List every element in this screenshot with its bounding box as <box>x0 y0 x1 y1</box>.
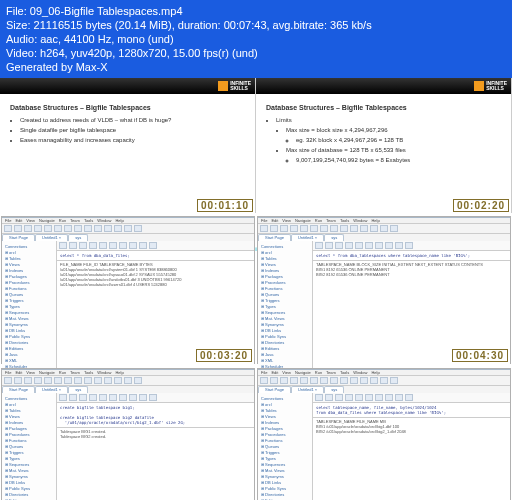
menu-item[interactable]: File <box>5 218 11 223</box>
toolbar-button[interactable] <box>280 377 288 384</box>
result-row[interactable]: /u01/app/oracle/oradata/orcl/users01.dbf… <box>60 282 251 287</box>
menu-item[interactable]: Team <box>70 370 80 375</box>
tree-node[interactable]: ⊞ Mat. Views <box>261 316 309 321</box>
menu-item[interactable]: Navigate <box>295 370 311 375</box>
toolbar-button[interactable] <box>310 225 318 232</box>
toolbar-button[interactable] <box>104 225 112 232</box>
toolbar-button[interactable] <box>14 225 22 232</box>
run-button[interactable] <box>129 242 137 249</box>
menu-item[interactable]: Run <box>315 370 322 375</box>
run-button[interactable] <box>79 394 87 401</box>
sql-editor[interactable]: select * from dba_data_files; <box>57 251 254 260</box>
tab[interactable]: sys <box>324 234 344 241</box>
run-button[interactable] <box>335 394 343 401</box>
tree-node[interactable]: ⊞ Indexes <box>261 268 309 273</box>
toolbar-button[interactable] <box>290 225 298 232</box>
result-row[interactable]: BIG2 /u01/app/oracle/oradata/orcl/big2_1… <box>316 429 507 434</box>
tree-node[interactable]: ⊞ Public Syns <box>261 334 309 339</box>
toolbar-button[interactable] <box>44 225 52 232</box>
tree-node[interactable]: ⊞ Types <box>261 456 309 461</box>
toolbar-button[interactable] <box>34 377 42 384</box>
toolbar-button[interactable] <box>370 377 378 384</box>
tree-node[interactable]: ⊞ Synonyms <box>261 322 309 327</box>
toolbar-button[interactable] <box>124 377 132 384</box>
tree-node[interactable]: Connections <box>261 396 309 401</box>
tree-node[interactable]: ⊞ DB Links <box>261 480 309 485</box>
tree-node[interactable]: ⊞ Tables <box>261 408 309 413</box>
toolbar-button[interactable] <box>340 377 348 384</box>
menu-item[interactable]: View <box>26 370 35 375</box>
menu-item[interactable]: Edit <box>15 370 22 375</box>
result-row[interactable]: Tablespace BIG2 created. <box>60 434 251 439</box>
tab[interactable]: Start Page <box>2 386 35 393</box>
tree-node[interactable]: ⊞ Public Syns <box>5 334 53 339</box>
tree-node[interactable]: ⊞ Indexes <box>5 268 53 273</box>
tab[interactable]: Start Page <box>258 386 291 393</box>
tree-node[interactable]: ⊞ Packages <box>261 426 309 431</box>
editor-tabs[interactable]: Start PageUntitled1 ×sys <box>2 234 254 241</box>
run-button[interactable] <box>119 394 127 401</box>
toolbar-button[interactable] <box>360 377 368 384</box>
toolbar-button[interactable] <box>24 377 32 384</box>
run-button[interactable] <box>375 242 383 249</box>
results-grid[interactable]: Tablespace BIG1 created.Tablespace BIG2 … <box>57 427 254 500</box>
tree-node[interactable]: ⊞ Triggers <box>261 298 309 303</box>
menu-item[interactable]: Navigate <box>39 218 55 223</box>
run-button[interactable] <box>325 394 333 401</box>
editor-tabs[interactable]: Start PageUntitled1 ×sys <box>2 386 254 393</box>
sql-editor[interactable]: select tablespace_name, file_name, bytes… <box>313 403 510 417</box>
run-button[interactable] <box>345 242 353 249</box>
toolbar-button[interactable] <box>124 225 132 232</box>
worksheet-toolbar[interactable] <box>313 241 510 251</box>
tree-node[interactable]: ⊞ Indexes <box>261 420 309 425</box>
menu-item[interactable]: Edit <box>271 370 278 375</box>
tab[interactable]: Start Page <box>2 234 35 241</box>
menu-item[interactable]: Help <box>371 370 379 375</box>
tab[interactable]: Untitled1 × <box>35 386 68 393</box>
menu-item[interactable]: Window <box>353 218 367 223</box>
run-button[interactable] <box>315 242 323 249</box>
run-button[interactable] <box>355 242 363 249</box>
tab[interactable]: sys <box>324 386 344 393</box>
tree-node[interactable]: ⊞ Tables <box>5 256 53 261</box>
toolbar-button[interactable] <box>330 225 338 232</box>
run-button[interactable] <box>385 394 393 401</box>
tree-node[interactable]: ⊞ Sequences <box>261 462 309 467</box>
toolbar-button[interactable] <box>4 377 12 384</box>
menu-item[interactable]: Run <box>59 370 66 375</box>
run-button[interactable] <box>325 242 333 249</box>
tab[interactable]: Untitled1 × <box>35 234 68 241</box>
tree-node[interactable]: ⊞ Triggers <box>5 298 53 303</box>
connections-tree[interactable]: Connections⊞ orcl ⊞ Tables ⊞ Views ⊞ Ind… <box>2 241 57 384</box>
run-button[interactable] <box>315 394 323 401</box>
toolbar-button[interactable] <box>340 225 348 232</box>
run-button[interactable] <box>59 394 67 401</box>
run-button[interactable] <box>345 394 353 401</box>
menu-item[interactable]: Run <box>315 218 322 223</box>
menu-item[interactable]: Help <box>371 218 379 223</box>
tree-node[interactable]: ⊞ Queues <box>5 292 53 297</box>
editor-tabs[interactable]: Start PageUntitled1 ×sys <box>258 386 510 393</box>
tree-node[interactable]: ⊞ Types <box>5 304 53 309</box>
run-button[interactable] <box>59 242 67 249</box>
tree-node[interactable]: ⊞ Indexes <box>5 420 53 425</box>
toolbar-button[interactable] <box>290 377 298 384</box>
tree-node[interactable]: ⊞ Java <box>5 352 53 357</box>
tree-node[interactable]: ⊞ Directories <box>261 340 309 345</box>
tree-node[interactable]: ⊞ Views <box>261 262 309 267</box>
menu-item[interactable]: Tools <box>84 218 93 223</box>
toolbar-button[interactable] <box>320 225 328 232</box>
run-button[interactable] <box>99 242 107 249</box>
toolbar-button[interactable] <box>84 225 92 232</box>
toolbar-button[interactable] <box>4 225 12 232</box>
tree-node[interactable]: ⊞ Editions <box>5 346 53 351</box>
toolbar-button[interactable] <box>74 377 82 384</box>
toolbar-button[interactable] <box>370 225 378 232</box>
run-button[interactable] <box>405 394 413 401</box>
menu-item[interactable]: Navigate <box>39 370 55 375</box>
result-row[interactable]: BIG2 8192 65536 ONLINE PERMANENT <box>316 272 507 277</box>
run-button[interactable] <box>109 242 117 249</box>
run-button[interactable] <box>89 394 97 401</box>
tree-node[interactable]: ⊞ Tables <box>261 256 309 261</box>
menu-item[interactable]: Help <box>115 370 123 375</box>
